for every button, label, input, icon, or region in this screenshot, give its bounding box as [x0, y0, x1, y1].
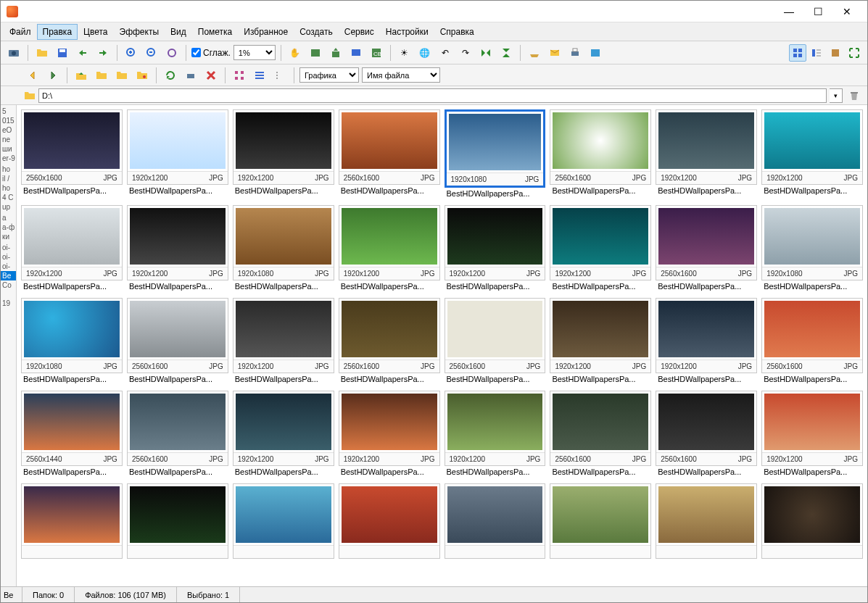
- flip-h-icon[interactable]: [477, 44, 495, 62]
- screen-icon[interactable]: [347, 44, 365, 62]
- thumbnail-item[interactable]: [339, 483, 440, 559]
- sort-select[interactable]: Имя файла: [362, 67, 440, 83]
- folder-tree-icon[interactable]: [93, 67, 110, 84]
- thumbnail-item[interactable]: 1920x1200JPG: [656, 109, 757, 185]
- thumbnail-item[interactable]: 1920x1200JPG: [550, 205, 651, 280]
- thumbnail-item[interactable]: 1920x1080JPG: [233, 205, 334, 280]
- sidepane-row[interactable]: a: [1, 213, 16, 223]
- view-grid-icon[interactable]: [231, 67, 248, 84]
- thumbnail-item[interactable]: 2560x1600JPG: [656, 391, 757, 466]
- sidepane-row[interactable]: 5: [1, 107, 16, 116]
- thumbnail-item[interactable]: [127, 483, 228, 559]
- rotate-right-icon[interactable]: ↷: [457, 44, 474, 62]
- thumbnail-item[interactable]: 2560x1600JPG: [445, 298, 546, 373]
- thumbnail-item[interactable]: 1920x1200JPG: [761, 391, 863, 466]
- thumbnail-item[interactable]: 1920x1200JPG: [445, 391, 546, 466]
- sidepane-row[interactable]: 015: [1, 116, 16, 125]
- thumbnail-item[interactable]: 2560x1600JPG: [761, 298, 863, 373]
- menu-справка[interactable]: Справка: [434, 24, 480, 40]
- undo-icon[interactable]: [74, 44, 91, 62]
- thumbnail-item[interactable]: 1920x1200JPG: [127, 109, 228, 185]
- thumbnail-item[interactable]: 2560x1600JPG: [127, 298, 228, 373]
- thumbnail-item[interactable]: 1920x1200JPG: [761, 109, 863, 185]
- sidepane-row[interactable]: eO: [1, 125, 16, 135]
- thumbnail-area[interactable]: 2560x1600JPGBestHDWallpapersPa...1920x12…: [17, 105, 867, 586]
- zoom-out-icon[interactable]: [143, 44, 160, 62]
- sidepane-row[interactable]: oi-: [1, 262, 16, 271]
- menu-вид[interactable]: Вид: [165, 24, 192, 40]
- scanner-icon[interactable]: [526, 44, 543, 62]
- print-nav-icon[interactable]: [182, 67, 199, 84]
- flip-v-icon[interactable]: [497, 44, 515, 62]
- thumbnail-item[interactable]: 1920x1200JPG: [445, 205, 546, 280]
- export-up-icon[interactable]: [327, 44, 344, 62]
- sidepane-row[interactable]: ки: [1, 232, 16, 241]
- thumbnail-item[interactable]: 1920x1080JPG: [21, 298, 123, 373]
- thumbnail-item[interactable]: 1920x1200JPG: [233, 109, 334, 185]
- thumbnail-item[interactable]: 1920x1200JPG: [550, 298, 651, 373]
- thumbnail-item[interactable]: [656, 483, 757, 559]
- thumbnail-item[interactable]: 1920x1200JPG: [21, 205, 123, 280]
- thumbnail-item[interactable]: 2560x1600JPG: [339, 109, 440, 185]
- slideshow-icon[interactable]: [307, 44, 324, 62]
- thumbnail-item[interactable]: 1920x1200JPG: [233, 298, 334, 373]
- sidepane-row[interactable]: up: [1, 202, 16, 212]
- thumbnail-item[interactable]: 1920x1200JPG: [656, 298, 757, 373]
- sidepane-row[interactable]: ши: [1, 144, 16, 154]
- zoom-select[interactable]: 1%: [233, 45, 276, 60]
- view-list-icon[interactable]: [251, 67, 268, 84]
- thumbnail-item[interactable]: 2560x1600JPG: [127, 391, 228, 466]
- folder-fav-icon[interactable]: [133, 67, 151, 84]
- menu-создать[interactable]: Создать: [294, 24, 339, 40]
- forward-icon[interactable]: [44, 67, 62, 84]
- globe-icon[interactable]: 🌐: [416, 44, 434, 62]
- cb-icon[interactable]: CB: [368, 44, 385, 62]
- menu-файл[interactable]: Файл: [4, 24, 37, 40]
- rotate-left-icon[interactable]: ↶: [437, 44, 454, 62]
- fullscreen-icon[interactable]: [846, 44, 863, 62]
- side-pane[interactable]: 5015eOneшиer-9hoil /ho4 Cupaа-фкиoi-oi-o…: [1, 105, 17, 586]
- brightness-icon[interactable]: ☀: [396, 44, 413, 62]
- sidepane-row[interactable]: ho: [1, 183, 16, 193]
- close-button[interactable]: ✕: [832, 1, 861, 22]
- thumbnail-item[interactable]: 1920x1080JPG: [445, 109, 546, 188]
- minimize-button[interactable]: —: [774, 1, 803, 22]
- zoom-fit-icon[interactable]: [163, 44, 181, 62]
- sidepane-row[interactable]: 4 C: [1, 193, 16, 202]
- save-icon[interactable]: [54, 44, 71, 62]
- thumbnail-item[interactable]: 2560x1600JPG: [550, 109, 651, 185]
- view-details-icon[interactable]: [808, 44, 825, 62]
- menu-правка[interactable]: Правка: [37, 24, 78, 40]
- menu-сервис[interactable]: Сервис: [339, 24, 380, 40]
- thumbnail-item[interactable]: 1920x1200JPG: [339, 391, 440, 466]
- thumbnail-item[interactable]: [445, 483, 546, 559]
- back-icon[interactable]: [24, 67, 41, 84]
- maximize-button[interactable]: ☐: [803, 1, 832, 22]
- thumbnail-item[interactable]: [233, 483, 334, 559]
- thumbnail-item[interactable]: 1920x1080JPG: [761, 205, 863, 280]
- smoothing-input[interactable]: [191, 48, 201, 57]
- sidepane-row[interactable]: Be: [1, 271, 16, 280]
- wallpaper-icon[interactable]: [587, 44, 604, 62]
- menu-эффекты[interactable]: Эффекты: [114, 24, 165, 40]
- sidepane-row[interactable]: 19: [1, 299, 16, 308]
- thumbnail-item[interactable]: 2560x1600JPG: [550, 391, 651, 466]
- camera-icon[interactable]: [5, 44, 22, 62]
- redo-icon[interactable]: [94, 44, 112, 62]
- sidepane-row[interactable]: ne: [1, 135, 16, 144]
- menu-избранное[interactable]: Избранное: [238, 24, 294, 40]
- refresh-icon[interactable]: [162, 67, 179, 84]
- thumbnail-item[interactable]: 1920x1200JPG: [127, 205, 228, 280]
- up-folder-icon[interactable]: [73, 67, 90, 84]
- address-input[interactable]: [38, 88, 827, 103]
- sidepane-row[interactable]: Co: [1, 280, 16, 290]
- view-small-icon[interactable]: [271, 67, 289, 84]
- view-single-icon[interactable]: [827, 44, 844, 62]
- delete-icon[interactable]: [202, 67, 220, 84]
- hand-tool-icon[interactable]: ✋: [286, 44, 304, 62]
- menu-пометка[interactable]: Пометка: [192, 24, 239, 40]
- zoom-in-icon[interactable]: [123, 44, 140, 62]
- sidepane-row[interactable]: oi-: [1, 252, 16, 262]
- sidepane-row[interactable]: ho: [1, 165, 16, 174]
- print-icon[interactable]: [566, 44, 584, 62]
